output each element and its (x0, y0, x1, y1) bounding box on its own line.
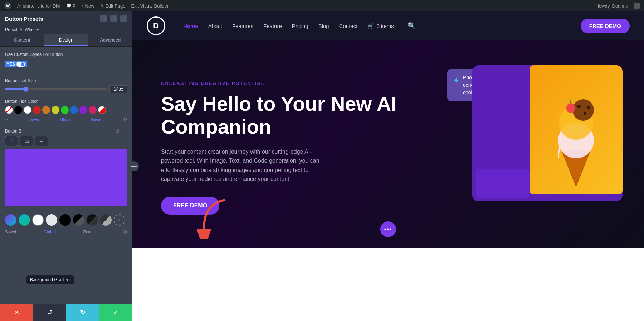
more-icon[interactable]: ⋮ (122, 128, 127, 134)
preset-circle-4[interactable] (46, 214, 57, 226)
tab-content[interactable]: Content (0, 34, 44, 46)
toggle-thumb (16, 62, 25, 67)
swatch-dots[interactable]: ··· (5, 116, 10, 123)
edit-swatch[interactable] (98, 106, 106, 114)
three-dots-button[interactable]: ••• (380, 221, 396, 237)
nav-search-button[interactable]: 🔍 (408, 22, 415, 30)
preset-circle-3[interactable] (32, 214, 44, 226)
gradient-preview[interactable] (5, 149, 127, 206)
button-bg-header-row: Button B ↺ ⋮ (5, 128, 127, 134)
panel-header-icons: ⊟ ⊞ ⋮ (100, 15, 127, 22)
bg-image-tab[interactable]: ⊟ (35, 136, 48, 146)
bg-flat-tab[interactable]: ▭ (20, 136, 33, 146)
nav-link-contact[interactable]: Contact (339, 23, 358, 29)
cancel-button[interactable]: ✕ (0, 304, 33, 321)
add-preset-circle[interactable]: + (114, 214, 125, 226)
ice-cream-svg (540, 80, 612, 194)
black-swatch[interactable] (14, 106, 22, 114)
purple-swatch[interactable] (79, 106, 87, 114)
hero-right-content: ✦ Photographic ice cream cone with a cho… (451, 62, 623, 226)
chat-star-icon: ✦ (453, 75, 459, 86)
preset-circle-7[interactable] (87, 214, 98, 226)
edit-page-button[interactable]: ✎ Edit Page (100, 3, 126, 9)
slider-thumb[interactable] (23, 87, 28, 92)
red-swatch[interactable] (33, 106, 41, 114)
preset-circle-2[interactable] (19, 214, 30, 226)
preset-bottom-gear-icon[interactable]: ⚙ (123, 229, 127, 235)
nav-link-home[interactable]: Home (183, 23, 198, 29)
nav-cta-button[interactable]: FREE DEMO (581, 19, 630, 33)
swatch-gear-icon[interactable]: ⚙ (123, 116, 127, 122)
preset-circle-6[interactable] (73, 214, 84, 226)
site-logo[interactable]: D (147, 16, 165, 35)
svg-point-5 (577, 105, 581, 108)
logo-letter: D (153, 21, 159, 30)
new-button[interactable]: + New (81, 3, 94, 9)
reset-icon[interactable]: ↺ (115, 128, 119, 134)
saved-bottom-label[interactable]: Saved (5, 230, 16, 234)
more-options-icon[interactable]: ⋮ (120, 15, 127, 22)
orange-swatch[interactable] (42, 106, 50, 114)
wp-logo-icon[interactable]: W (4, 2, 11, 9)
split-icon[interactable]: ⊞ (110, 15, 117, 22)
preset-dropdown-arrow[interactable]: ▾ (37, 28, 39, 32)
user-avatar (634, 3, 640, 9)
panel-collapse-arrow[interactable]: ⟵ (129, 161, 139, 171)
global-bottom-label[interactable]: Global (44, 230, 56, 234)
blue-swatch[interactable] (70, 106, 78, 114)
save-button[interactable]: ✓ (99, 304, 133, 321)
preset-circles: + (5, 211, 127, 227)
tooltip-container: ⬡ ▭ ⊟ Background Gradient (5, 136, 127, 146)
pink-swatch[interactable] (89, 106, 97, 114)
hero-cta-button[interactable]: FREE DEMO (161, 197, 219, 215)
white-swatch[interactable] (24, 106, 31, 114)
button-bg-section: Button B ↺ ⋮ ⬡ ▭ ⊟ Background Gradient (5, 128, 127, 146)
tooltip-text: Background Gradient (30, 277, 70, 282)
main-area: Button Presets ⊟ ⊞ ⋮ Preset: AI White ▾ … (0, 11, 644, 321)
panel-tabs: Content Design Advanced (0, 34, 132, 47)
redo-button[interactable]: ↻ (66, 304, 99, 321)
recent-bottom-label[interactable]: Recent (83, 230, 96, 234)
slider-track[interactable] (5, 88, 107, 90)
use-custom-styles-group: Use Custom Styles For Button YES (5, 52, 127, 72)
yellow-swatch[interactable] (52, 106, 59, 114)
panel-content: Use Custom Styles For Button YES Button … (0, 47, 132, 304)
use-custom-styles-toggle[interactable]: YES (5, 61, 27, 67)
hero-eyebrow: UNLEASHING CREATIVE POTENTIAL (161, 81, 436, 86)
wp-admin-bar: W AI starter site for Divi 💬 0 + New ✎ E… (0, 0, 644, 11)
preset-circle-5[interactable] (59, 214, 71, 226)
preset-bottom-labels-row: Saved Global Recent ⚙ (5, 227, 127, 236)
green-swatch[interactable] (61, 106, 69, 114)
svg-point-7 (587, 106, 590, 109)
recent-label[interactable]: Recent (91, 117, 103, 121)
tab-advanced[interactable]: Advanced (88, 34, 132, 46)
nav-link-blog[interactable]: Blog (318, 23, 329, 29)
nav-link-features[interactable]: Features (232, 23, 253, 29)
nav-link-about[interactable]: About (208, 23, 222, 29)
purple-overlay-card (476, 169, 530, 198)
panel-title: Button Presets (5, 16, 43, 22)
preset-circle-8[interactable] (100, 214, 112, 226)
nav-link-feature[interactable]: Feature (263, 23, 282, 29)
site-name[interactable]: AI starter site for Divi (17, 3, 60, 9)
website-preview: D Home About Features Feature Pricing Bl… (132, 11, 644, 321)
nav-link-pricing[interactable]: Pricing (292, 23, 308, 29)
exit-visual-builder-button[interactable]: Exit Visual Builder (131, 3, 169, 9)
preset-circle-1[interactable] (5, 214, 16, 226)
button-bg-label: Button B (5, 129, 21, 134)
swatch-row-labels: ··· Saved Global Recent ⚙ (5, 116, 127, 123)
minimize-icon[interactable]: ⊟ (100, 15, 107, 22)
transparent-swatch[interactable] (5, 106, 13, 114)
slider-value[interactable]: 14px (109, 85, 127, 93)
cart-count: 0 items (376, 23, 394, 29)
nav-cart[interactable]: 🛒 0 items (367, 23, 394, 29)
tab-design[interactable]: Design (44, 34, 88, 46)
toggle-yes-label: YES (6, 62, 15, 67)
button-text-color-label: Button Text Color (5, 99, 127, 104)
undo-button[interactable]: ↺ (33, 304, 67, 321)
bg-gradient-tab[interactable]: ⬡ (5, 136, 18, 146)
comment-bubble[interactable]: 💬 0 (66, 3, 75, 8)
saved-label[interactable]: Saved (29, 117, 40, 121)
hero-description: Start your content creation journey with… (161, 147, 333, 184)
global-label[interactable]: Global (60, 117, 72, 121)
